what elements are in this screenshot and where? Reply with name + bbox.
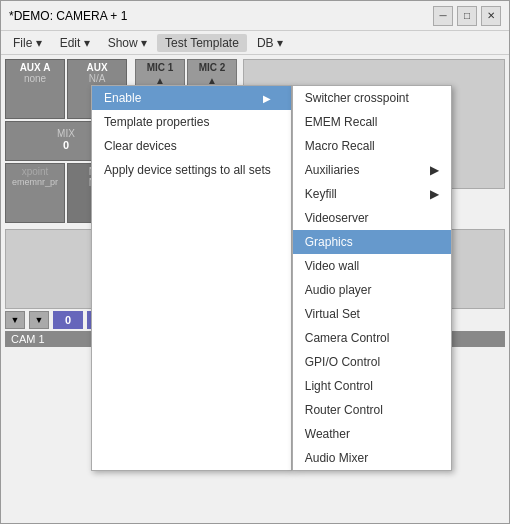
submenu-audio-player[interactable]: Audio player (293, 278, 451, 302)
aux-label: AUX (70, 62, 124, 73)
aux-a-label: AUX A (8, 62, 62, 73)
submenu-macro-recall[interactable]: Macro Recall (293, 134, 451, 158)
submenu-gpio-control[interactable]: GPI/O Control (293, 350, 451, 374)
submenu-light-control[interactable]: Light Control (293, 374, 451, 398)
mic1-label: MIC 1 (147, 62, 174, 73)
aux-value: N/A (89, 73, 106, 84)
context-menu-clear-devices[interactable]: Clear devices (92, 134, 291, 158)
keyfill-label: Keyfill (305, 187, 337, 201)
submenu-emem-recall[interactable]: EMEM Recall (293, 110, 451, 134)
mic2-label: MIC 2 (199, 62, 226, 73)
submenu-graphics[interactable]: Graphics (293, 230, 451, 254)
auxiliaries-arrow: ▶ (430, 163, 439, 177)
menu-show[interactable]: Show ▾ (100, 34, 155, 52)
submenu-camera-control[interactable]: Camera Control (293, 326, 451, 350)
maximize-button[interactable]: □ (457, 6, 477, 26)
submenu-audio-mixer[interactable]: Audio Mixer (293, 446, 451, 470)
menu-file[interactable]: File ▾ (5, 34, 50, 52)
menu-test-template[interactable]: Test Template (157, 34, 247, 52)
submenu-router-control[interactable]: Router Control (293, 398, 451, 422)
menu-bar: File ▾ Edit ▾ Show ▾ Test Template DB ▾ (1, 31, 509, 55)
template-properties-label: Template properties (104, 115, 209, 129)
context-menu-template-properties[interactable]: Template properties (92, 110, 291, 134)
submenu-virtual-set[interactable]: Virtual Set (293, 302, 451, 326)
title-bar-left: *DEMO: CAMERA + 1 (9, 9, 127, 23)
clear-devices-label: Clear devices (104, 139, 177, 153)
title-bar: *DEMO: CAMERA + 1 ─ □ ✕ (1, 1, 509, 31)
aux-a-value: none (24, 73, 46, 84)
main-window: *DEMO: CAMERA + 1 ─ □ ✕ File ▾ Edit ▾ Sh… (0, 0, 510, 524)
context-menu-overlay: Enable ▶ Template properties Clear devic… (91, 85, 452, 471)
mix-label: MIX (57, 128, 75, 139)
auxiliaries-label: Auxiliaries (305, 163, 360, 177)
context-menu-enable[interactable]: Enable ▶ (92, 86, 291, 110)
main-content: AUX A none AUX N/A MIX 0 (1, 55, 509, 523)
context-menu-apply-settings[interactable]: Apply device settings to all sets (92, 158, 291, 182)
submenu-switcher-crosspoint[interactable]: Switcher crosspoint (293, 86, 451, 110)
enable-arrow: ▶ (263, 93, 271, 104)
xpoint-label: xpoint (22, 166, 49, 177)
submenu: Switcher crosspoint EMEM Recall Macro Re… (292, 85, 452, 471)
submenu-weather[interactable]: Weather (293, 422, 451, 446)
submenu-video-wall[interactable]: Video wall (293, 254, 451, 278)
submenu-auxiliaries[interactable]: Auxiliaries ▶ (293, 158, 451, 182)
keyfill-arrow: ▶ (430, 187, 439, 201)
aux-a-channel: AUX A none (5, 59, 65, 119)
down-arrow-2[interactable]: ▼ (29, 311, 49, 329)
mix-value: 0 (63, 139, 69, 151)
minimize-button[interactable]: ─ (433, 6, 453, 26)
context-menu: Enable ▶ Template properties Clear devic… (91, 85, 292, 471)
value-box-1: 0 (53, 311, 83, 329)
menu-edit[interactable]: Edit ▾ (52, 34, 98, 52)
submenu-videoserver[interactable]: Videoserver (293, 206, 451, 230)
xpoint-sub: ememnr_pr (12, 177, 58, 187)
title-controls: ─ □ ✕ (433, 6, 501, 26)
apply-settings-label: Apply device settings to all sets (104, 163, 271, 177)
down-arrow-1[interactable]: ▼ (5, 311, 25, 329)
submenu-keyfill[interactable]: Keyfill ▶ (293, 182, 451, 206)
title-text: *DEMO: CAMERA + 1 (9, 9, 127, 23)
menu-db[interactable]: DB ▾ (249, 34, 291, 52)
enable-label: Enable (104, 91, 141, 105)
close-button[interactable]: ✕ (481, 6, 501, 26)
xpoint-channel: xpoint ememnr_pr (5, 163, 65, 223)
